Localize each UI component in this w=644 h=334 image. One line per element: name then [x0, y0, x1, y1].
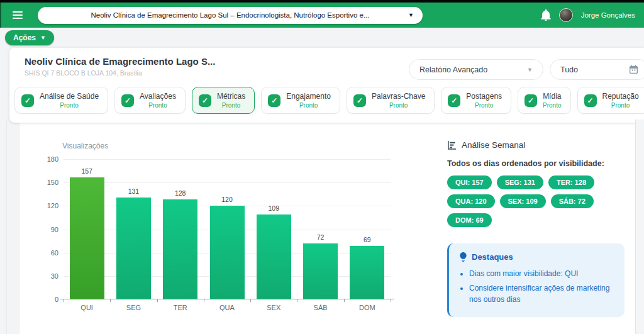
tab-text: MídiaPronto [543, 92, 561, 109]
checkmark-icon: ✓ [353, 94, 366, 107]
tab-engajamento[interactable]: ✓EngajamentoPronto [261, 87, 340, 114]
x-axis-tickmark [297, 299, 297, 302]
x-axis-category-label: SEG [110, 304, 157, 311]
tab-status: Pronto [148, 102, 167, 109]
actions-button[interactable]: Ações ▼ [5, 30, 54, 45]
tab-text: Análise de SaúdePronto [40, 92, 99, 109]
bar-value-label: 120 [204, 196, 251, 203]
tab-analise-de-saude[interactable]: ✓Análise de SaúdePronto [14, 87, 108, 114]
x-axis-tickmark [344, 299, 345, 302]
calendar-icon [629, 65, 638, 74]
tab-status: Pronto [611, 102, 630, 109]
checkmark-icon: ✓ [21, 94, 34, 107]
tab-status: Pronto [299, 102, 318, 109]
notification-bell-icon[interactable] [541, 9, 551, 21]
x-axis-tickmark [64, 299, 64, 302]
actions-row: Ações ▼ [0, 28, 644, 48]
checkmark-icon: ✓ [584, 94, 597, 107]
left-divider-line [6, 120, 7, 334]
bar-value-label: 131 [110, 187, 157, 195]
chart-plot-area: 0306090120150180157QUI131SEG128TER120QUA… [64, 159, 391, 299]
y-axis-tick-label: 60 [40, 249, 58, 257]
actions-button-label: Ações [13, 33, 36, 42]
tab-postagens[interactable]: ✓PostagensPronto [441, 87, 511, 114]
x-axis-tickmark [204, 299, 204, 302]
checkmark-icon: ✓ [448, 94, 460, 107]
x-axis-category-label: SEX [250, 304, 297, 311]
report-header-card: Neoliv Clínica de Emagrecimento Lago S..… [9, 48, 644, 123]
report-title: Neoliv Clínica de Emagrecimento Lago S..… [25, 56, 215, 67]
hamburger-menu-icon[interactable] [13, 11, 23, 19]
highlights-title: Destaques [472, 252, 513, 262]
tab-status: Pronto [543, 102, 561, 109]
tab-text: ReputaçãoPronto [602, 92, 639, 109]
date-range-select[interactable]: Tudo [550, 59, 644, 80]
weekly-panel-title-row: Análise Semanal [447, 140, 636, 150]
highlight-item: Considere intensificar ações de marketin… [469, 282, 614, 306]
tab-status: Pronto [60, 102, 78, 109]
bar-value-label: 157 [64, 167, 111, 175]
y-axis-tick-label: 90 [40, 226, 58, 233]
tab-label: Palavras-Chave [372, 92, 425, 101]
tab-avaliacoes[interactable]: ✓AvaliaçõesPronto [114, 87, 186, 114]
bar-dom: 69 [350, 246, 384, 299]
x-axis-category-label: TER [157, 304, 204, 311]
tab-midia[interactable]: ✓MídiaPronto [518, 87, 570, 114]
tab-status: Pronto [475, 102, 493, 109]
day-badge-sab: SÁB: 72 [551, 194, 594, 208]
tab-label: Métricas [217, 92, 245, 101]
chevron-down-icon: ▼ [408, 12, 414, 18]
chevron-down-icon: ▼ [527, 67, 533, 73]
tab-palavras-chave[interactable]: ✓Palavras-ChavePronto [347, 87, 435, 114]
highlights-title-row: Destaques [459, 252, 614, 262]
weekly-analysis-panel: Análise Semanal Todos os dias ordenados … [447, 140, 636, 317]
bar-qui: 157 [70, 177, 104, 300]
user-avatar[interactable] [559, 8, 573, 22]
bar-seg: 131 [116, 198, 151, 299]
bar-value-label: 128 [157, 189, 204, 197]
report-address: SHIS QI 7 BLOCO B LOJA 104, Brasília [25, 69, 215, 77]
tab-reputacao[interactable]: ✓ReputaçãoPronto [577, 87, 644, 114]
tab-text: PostagensPronto [466, 92, 502, 109]
tab-text: AvaliaçõesPronto [140, 92, 176, 109]
bar-value-label: 109 [250, 204, 297, 212]
day-badge-ter: TER: 128 [548, 175, 594, 189]
x-axis-category-label: QUA [204, 304, 250, 311]
tab-label: Análise de Saúde [40, 92, 99, 101]
y-axis-tick-label: 150 [40, 179, 58, 186]
x-axis-category-label: DOM [344, 304, 391, 311]
checkmark-icon: ✓ [525, 94, 537, 107]
x-axis-tickmark [391, 299, 391, 302]
day-badge-sex: SEX: 109 [500, 194, 546, 208]
report-header-top: Neoliv Clínica de Emagrecimento Lago S..… [9, 48, 644, 84]
bar-sab: 72 [303, 243, 338, 299]
day-badge-dom: DOM: 69 [447, 213, 492, 227]
metrics-content-card: Visualizações 0306090120150180157QUI131S… [19, 123, 635, 334]
app-bar: Neoliv Clínica de Emagrecimento Lago Sul… [0, 3, 644, 28]
bar-sex: 109 [257, 214, 291, 299]
bar-value-label: 72 [297, 233, 344, 241]
checkmark-icon: ✓ [268, 94, 280, 107]
y-axis-tick-label: 120 [40, 202, 58, 209]
tab-label: Mídia [543, 92, 561, 101]
right-scroll-strip[interactable] [635, 120, 644, 334]
tab-text: Palavras-ChavePronto [372, 92, 425, 109]
tab-text: MétricasPronto [217, 92, 245, 109]
report-controls: Relatório Avançado ▼ Tudo [409, 59, 644, 80]
highlight-item: Dias com maior visibilidade: QUI [469, 268, 614, 280]
report-type-select[interactable]: Relatório Avançado ▼ [409, 59, 543, 80]
tab-metricas[interactable]: ✓MétricasPronto [192, 87, 255, 114]
appbar-right: Jorge Gonçalves [541, 8, 635, 22]
weekly-panel-subtitle: Todos os dias ordenados por visibilidade… [447, 159, 636, 168]
tab-label: Avaliações [140, 92, 176, 101]
day-badge-seg: SEG: 131 [497, 175, 543, 189]
views-bar-chart: Visualizações 0306090120150180157QUI131S… [45, 142, 409, 330]
business-selector[interactable]: Neoliv Clínica de Emagrecimento Lago Sul… [38, 7, 423, 24]
tab-label: Postagens [466, 92, 502, 101]
bar-ter: 128 [163, 199, 197, 299]
lightbulb-icon [459, 252, 467, 262]
tab-text: EngajamentoPronto [286, 92, 331, 109]
business-selector-value: Neoliv Clínica de Emagrecimento Lago Sul… [91, 11, 370, 19]
tab-label: Engajamento [286, 92, 331, 101]
tab-label: Reputação [602, 92, 639, 101]
